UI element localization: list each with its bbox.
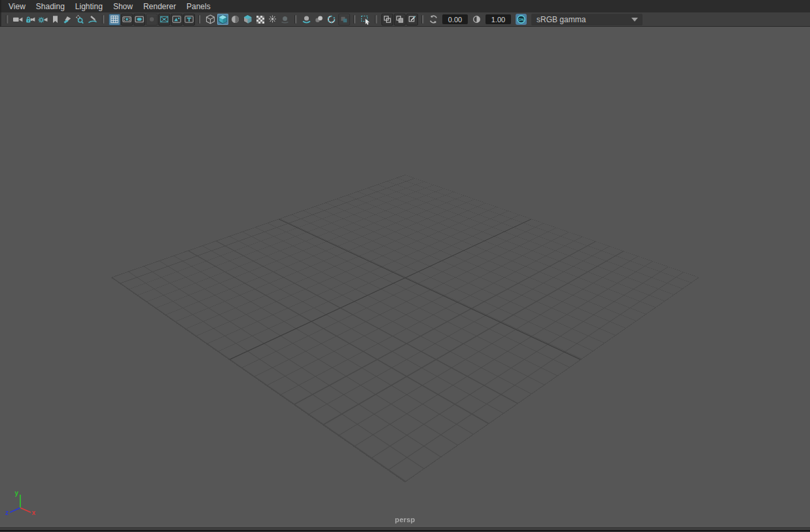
menu-show[interactable]: Show <box>108 0 138 12</box>
toolbar-separator <box>422 15 423 24</box>
wireframe-icon[interactable] <box>205 14 216 25</box>
use-default-material-icon[interactable] <box>255 14 266 25</box>
toolbar-separator <box>295 15 296 24</box>
smooth-shade-icon[interactable] <box>217 14 228 25</box>
camera-attributes-icon[interactable] <box>37 14 48 25</box>
menu-shading[interactable]: Shading <box>31 0 70 12</box>
toolbar-separator <box>199 15 200 24</box>
bookmarks-icon[interactable] <box>50 14 61 25</box>
exposure-icon[interactable] <box>428 14 439 25</box>
menu-renderer[interactable]: Renderer <box>138 0 181 12</box>
toolbar-separator <box>7 15 8 24</box>
grid-wrapper <box>0 27 810 526</box>
safe-title-button[interactable] <box>183 14 195 26</box>
xray-active-components-button[interactable] <box>406 14 418 26</box>
viewport[interactable]: y x z persp <box>0 27 810 526</box>
safe-action-button[interactable] <box>171 14 183 26</box>
wireframe-on-shaded-icon[interactable] <box>230 14 241 25</box>
grease-pencil-icon[interactable] <box>87 14 98 25</box>
panel-toolbar: 0.001.00ONsRGB gamma <box>0 12 810 27</box>
svg-text:ON: ON <box>518 18 523 22</box>
camera-name-label: persp <box>0 516 810 523</box>
anti-aliasing-icon[interactable] <box>326 14 337 25</box>
panel-menubar: ViewShadingLightingShowRendererPanels <box>0 0 810 12</box>
select-camera-icon[interactable] <box>12 14 24 25</box>
gamma-field[interactable]: 1.00 <box>485 14 511 24</box>
grid-display-button[interactable] <box>109 14 120 26</box>
image-plane-icon[interactable] <box>62 14 73 25</box>
view-transform-value: sRGB gamma <box>531 15 631 24</box>
view-transform-select[interactable]: sRGB gamma <box>531 14 643 26</box>
shadows-icon[interactable] <box>279 14 291 25</box>
menu-view[interactable]: View <box>3 0 31 12</box>
gamma-icon[interactable] <box>471 14 482 25</box>
isolate-select-icon[interactable] <box>360 14 371 25</box>
toolbar-separator <box>376 15 377 24</box>
color-management-toggle[interactable]: ON <box>516 14 527 25</box>
pan-zoom-2d-icon[interactable] <box>75 14 86 25</box>
field-chart-button[interactable] <box>158 14 170 26</box>
depth-of-field-button[interactable] <box>338 14 350 26</box>
all-lights-icon[interactable] <box>267 14 278 25</box>
motion-blur-icon[interactable] <box>313 14 325 25</box>
ground-grid <box>111 175 699 482</box>
menu-panels[interactable]: Panels <box>181 0 216 12</box>
toolbar-separator <box>354 15 355 24</box>
toolbar-separator <box>103 15 104 24</box>
occlusion-icon[interactable] <box>301 14 312 25</box>
view-axis-indicator: y x z <box>4 489 38 518</box>
chevron-down-icon <box>631 18 638 22</box>
xray-button[interactable] <box>381 14 393 26</box>
panel-bottom-edge <box>0 526 810 532</box>
menu-lighting[interactable]: Lighting <box>70 0 108 12</box>
xray-joints-button[interactable] <box>394 14 406 26</box>
textured-icon[interactable] <box>242 14 253 25</box>
axis-y-label: y <box>14 489 18 497</box>
resolution-gate-button[interactable] <box>133 14 145 26</box>
maya-viewport-panel: ViewShadingLightingShowRendererPanels 0.… <box>0 0 810 532</box>
lock-camera-icon[interactable] <box>25 14 36 25</box>
gate-mask-button[interactable] <box>146 14 158 26</box>
film-gate-button[interactable] <box>121 14 133 26</box>
exposure-field[interactable]: 0.00 <box>442 14 468 24</box>
